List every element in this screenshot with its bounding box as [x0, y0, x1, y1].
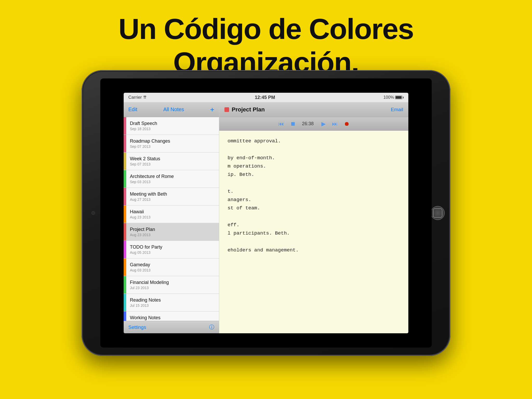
note-item-title: Week 2 Status — [130, 156, 215, 162]
note-item-date: Aug 23 2013 — [130, 233, 215, 237]
note-item-date: Sep 03 2013 — [130, 180, 215, 184]
note-content-line — [228, 145, 400, 154]
camera-dot — [91, 211, 95, 215]
note-text-area: Meeting with Beth Aug 27 2013 — [126, 188, 219, 205]
detail-color-dot — [224, 107, 229, 112]
note-item-title: Meeting with Beth — [130, 191, 215, 197]
note-content-line: ommittee approval. — [228, 137, 400, 145]
note-item-date: Aug 23 2013 — [130, 215, 215, 219]
note-item-title: Draft Speech — [130, 121, 215, 126]
note-content-line — [228, 238, 400, 246]
status-time: 12:45 PM — [255, 95, 275, 100]
wifi-icon: ⇈ — [143, 95, 147, 99]
note-content-line: eholders and management. — [228, 246, 400, 254]
all-notes-button[interactable]: All Notes — [163, 107, 184, 112]
ipad-screen: Carrier ⇈ 12:45 PM 100% — [124, 93, 408, 333]
note-item-title: TODO for Party — [130, 244, 215, 250]
note-item-title: Reading Notes — [130, 297, 215, 303]
note-item-date: Sep 07 2013 — [130, 162, 215, 166]
app-content: Edit All Notes + Draft Speech Sep 18 201… — [124, 102, 408, 333]
note-list-item[interactable]: Financial Modeling Jul 23 2013 — [124, 276, 219, 294]
note-list-item[interactable]: Gameday Aug 03 2013 — [124, 258, 219, 276]
note-text-area: Gameday Aug 03 2013 — [126, 258, 219, 276]
battery-icon — [395, 96, 404, 99]
note-item-title: Project Plan — [130, 227, 215, 232]
note-item-title: Gameday — [130, 262, 215, 268]
note-text-area: Working Notes Jul 12 2013 — [126, 311, 219, 321]
note-item-date: Sep 07 2013 — [130, 144, 215, 149]
note-item-title: Hawaii — [130, 209, 215, 215]
note-content-line: l participants. Beth. — [228, 229, 400, 237]
status-bar: Carrier ⇈ 12:45 PM 100% — [124, 93, 408, 102]
note-text-area: Roadmap Changes Sep 07 2013 — [126, 135, 219, 152]
note-item-date: Aug 05 2013 — [130, 250, 215, 255]
note-content-area[interactable]: ommittee approval. by end-of-month.m ope… — [219, 131, 408, 333]
note-color-bar — [124, 152, 126, 170]
detail-note-title: Project Plan — [232, 106, 265, 113]
note-item-date: Jul 15 2013 — [130, 303, 215, 308]
info-button[interactable]: ⓘ — [209, 324, 214, 331]
note-content-line: by end-of-month. — [228, 154, 400, 162]
note-item-title: Architecture of Rome — [130, 174, 215, 179]
note-color-bar — [124, 276, 126, 294]
note-list-item[interactable]: TODO for Party Aug 05 2013 — [124, 241, 219, 258]
headline-text: Un Código de Colores Organización. — [0, 12, 532, 79]
notes-toolbar: Edit All Notes + — [124, 102, 219, 117]
note-text-area: Reading Notes Jul 15 2013 — [126, 294, 219, 311]
headline-line1: Un Código de Colores — [118, 13, 414, 45]
note-text-area: Project Plan Aug 23 2013 — [126, 223, 219, 241]
notes-bottom-bar: Settings ⓘ — [124, 321, 219, 333]
note-detail-panel: Project Plan Email ⏮ ⏹ 26:38 ▶ ⏭ ⏺ — [219, 102, 408, 333]
note-color-bar — [124, 188, 126, 205]
note-text-area: Hawaii Aug 23 2013 — [126, 205, 219, 223]
audio-time: 26:38 — [302, 121, 315, 127]
carrier-text: Carrier — [128, 95, 142, 100]
note-item-date: Jul 23 2013 — [130, 286, 215, 290]
settings-button[interactable]: Settings — [128, 324, 146, 330]
note-list-item[interactable]: Draft Speech Sep 18 2013 — [124, 117, 219, 135]
note-text-area: Architecture of Rome Sep 03 2013 — [126, 170, 219, 188]
email-button[interactable]: Email — [391, 107, 403, 112]
note-color-bar — [124, 170, 126, 188]
record-button[interactable]: ⏺ — [344, 121, 350, 127]
notes-scroll-area[interactable]: Draft Speech Sep 18 2013 Roadmap Changes… — [124, 117, 219, 321]
note-color-bar — [124, 294, 126, 311]
note-list-item[interactable]: Roadmap Changes Sep 07 2013 — [124, 135, 219, 152]
note-text-area: Week 2 Status Sep 07 2013 — [126, 152, 219, 170]
note-color-bar — [124, 311, 126, 321]
note-item-title: Financial Modeling — [130, 280, 215, 285]
note-color-bar — [124, 117, 126, 135]
note-list-item[interactable]: Architecture of Rome Sep 03 2013 — [124, 170, 219, 188]
battery-percent: 100% — [383, 95, 394, 100]
fast-forward-button[interactable]: ⏭ — [332, 121, 338, 127]
note-list-item[interactable]: Hawaii Aug 23 2013 — [124, 205, 219, 223]
note-item-date: Aug 03 2013 — [130, 268, 215, 272]
note-list-item[interactable]: Project Plan Aug 23 2013 — [124, 223, 219, 241]
battery-indicator: 100% — [383, 95, 404, 100]
note-content-line: eff. — [228, 221, 400, 229]
notes-list-panel: Edit All Notes + Draft Speech Sep 18 201… — [124, 102, 219, 333]
audio-recording-bar: ⏮ ⏹ 26:38 ▶ ⏭ ⏺ — [219, 117, 408, 131]
play-button[interactable]: ▶ — [321, 121, 326, 127]
note-content-line — [228, 212, 400, 221]
edit-button[interactable]: Edit — [128, 107, 137, 112]
note-color-bar — [124, 241, 126, 258]
note-list-item[interactable]: Week 2 Status Sep 07 2013 — [124, 152, 219, 170]
note-content-line: ip. Beth. — [228, 170, 400, 179]
home-button[interactable] — [431, 206, 445, 220]
note-content-line: st of team. — [228, 204, 400, 212]
add-note-button[interactable]: + — [210, 105, 214, 114]
note-text-area: TODO for Party Aug 05 2013 — [126, 241, 219, 258]
note-item-title: Roadmap Changes — [130, 138, 215, 144]
note-list-item[interactable]: Working Notes Jul 12 2013 — [124, 311, 219, 321]
note-color-bar — [124, 135, 126, 152]
note-text-area: Financial Modeling Jul 23 2013 — [126, 276, 219, 294]
note-item-date: Sep 18 2013 — [130, 127, 215, 131]
note-color-bar — [124, 258, 126, 276]
note-color-bar — [124, 223, 126, 241]
note-list-item[interactable]: Reading Notes Jul 15 2013 — [124, 294, 219, 311]
rewind-button[interactable]: ⏮ — [278, 121, 284, 127]
note-list-item[interactable]: Meeting with Beth Aug 27 2013 — [124, 188, 219, 205]
home-button-inner — [433, 208, 442, 218]
stop-button[interactable]: ⏹ — [290, 121, 296, 127]
